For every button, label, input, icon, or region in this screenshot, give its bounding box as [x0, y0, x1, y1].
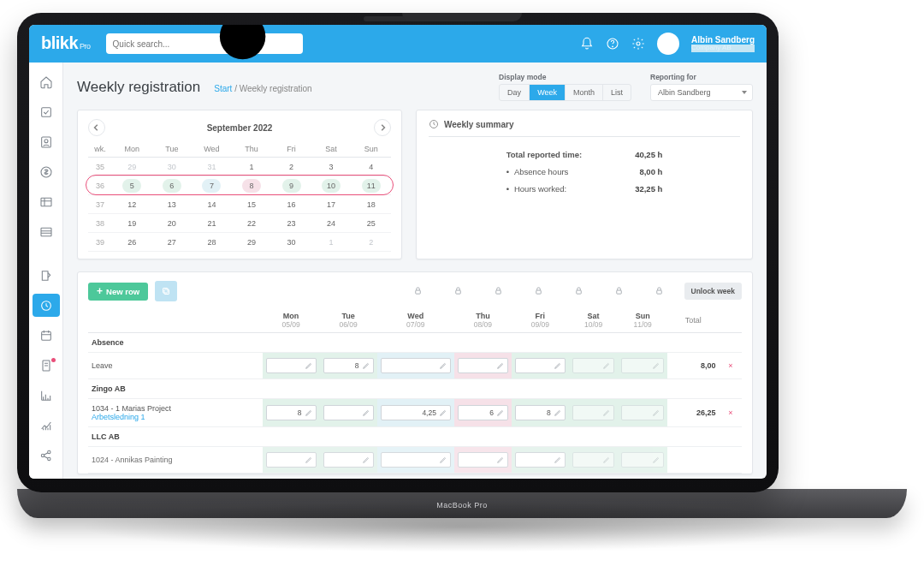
lock-icon [413, 286, 423, 297]
cal-day[interactable]: 2 [271, 158, 311, 176]
time-cell[interactable]: 8 [515, 405, 566, 420]
nav-home[interactable] [33, 71, 60, 94]
page-title: Weekly registration [77, 79, 200, 96]
cal-day[interactable]: 14 [192, 195, 232, 214]
nav-user[interactable] [33, 131, 60, 154]
copy-button[interactable] [155, 281, 177, 301]
cal-day[interactable]: 23 [271, 214, 311, 233]
cal-day[interactable]: 2 [351, 233, 391, 252]
reporting-for-select[interactable]: Albin Sandberg [650, 84, 753, 101]
cal-day[interactable]: 19 [112, 214, 152, 233]
cal-day[interactable]: 13 [152, 195, 192, 214]
cal-day[interactable]: 15 [232, 195, 272, 214]
cal-day[interactable]: 30 [271, 233, 311, 252]
avatar[interactable] [657, 33, 679, 55]
nav-chart[interactable] [33, 384, 60, 407]
delete-row[interactable] [720, 447, 742, 474]
nav-trend[interactable] [33, 414, 60, 437]
day-header: Thu08/09 [454, 308, 512, 333]
svg-point-2 [613, 46, 613, 47]
cal-day[interactable]: 28 [192, 233, 232, 252]
time-cell[interactable] [381, 452, 451, 468]
time-cell[interactable]: 8 [323, 358, 374, 373]
cal-day[interactable]: 31 [192, 158, 232, 176]
cal-day[interactable]: 18 [351, 195, 391, 214]
cal-day[interactable]: 3 [311, 158, 352, 176]
cal-next[interactable] [374, 119, 391, 136]
time-cell[interactable] [572, 452, 615, 468]
bell-icon[interactable] [580, 37, 594, 51]
cal-prev[interactable] [88, 119, 105, 136]
nav-time[interactable] [33, 294, 60, 317]
time-cell[interactable] [323, 405, 374, 420]
mode-month[interactable]: Month [565, 85, 602, 100]
nav-doc[interactable] [33, 354, 60, 377]
cal-day[interactable]: 26 [112, 233, 152, 252]
user-block[interactable]: Albin Sandberg Company AB [691, 35, 755, 52]
cal-day[interactable]: 25 [351, 214, 391, 233]
cal-day[interactable]: 6 [152, 176, 192, 195]
nav-edit[interactable] [33, 264, 60, 287]
display-mode-toggle[interactable]: DayWeekMonthList [499, 84, 631, 101]
cal-day[interactable]: 7 [192, 176, 232, 195]
help-icon[interactable] [606, 37, 619, 51]
new-row-button[interactable]: +New row [88, 283, 148, 301]
time-cell[interactable] [515, 358, 566, 373]
cal-day[interactable]: 16 [271, 195, 311, 214]
nav-table[interactable] [33, 191, 60, 214]
cal-day[interactable]: 21 [192, 214, 232, 233]
cal-day[interactable]: 12 [112, 195, 152, 214]
time-cell[interactable] [572, 358, 615, 373]
time-cell[interactable] [621, 452, 664, 468]
time-cell[interactable] [323, 452, 374, 468]
time-cell[interactable] [458, 358, 508, 373]
time-cell[interactable] [515, 452, 566, 468]
cal-day[interactable]: 29 [232, 233, 272, 252]
time-cell[interactable] [621, 405, 664, 420]
time-cell[interactable] [458, 452, 508, 468]
time-cell[interactable]: 4,25 [381, 405, 451, 420]
cal-day[interactable]: 4 [351, 158, 391, 176]
cal-day[interactable]: 9 [271, 176, 311, 195]
day-header: Sun11/09 [618, 308, 667, 333]
time-cell[interactable] [381, 358, 451, 373]
cal-day[interactable]: 17 [311, 195, 352, 214]
svg-point-6 [44, 140, 48, 143]
time-cell[interactable]: 8 [266, 405, 317, 420]
cal-day[interactable]: 30 [152, 158, 192, 176]
cal-day[interactable]: 1 [311, 233, 352, 252]
delete-row[interactable]: × [720, 399, 742, 427]
nav-billing[interactable] [33, 161, 60, 184]
nav-approve[interactable] [33, 101, 60, 124]
cal-day[interactable]: 5 [112, 176, 152, 195]
cal-day[interactable]: 10 [311, 176, 352, 195]
nav-rail [29, 63, 63, 479]
time-cell[interactable] [572, 405, 615, 420]
cal-day[interactable]: 1 [232, 158, 272, 176]
time-cell[interactable]: 6 [458, 405, 508, 420]
nav-share[interactable] [33, 444, 60, 467]
time-cell[interactable] [621, 358, 664, 373]
mode-list[interactable]: List [602, 85, 631, 100]
unlock-week-button[interactable]: Unlock week [684, 283, 743, 300]
cal-day[interactable]: 22 [232, 214, 272, 233]
time-cell[interactable] [266, 452, 317, 468]
cal-day[interactable]: 20 [152, 214, 192, 233]
cal-day[interactable]: 8 [232, 176, 272, 195]
nav-calendar[interactable] [33, 324, 60, 347]
nav-list[interactable] [33, 221, 60, 244]
cal-day[interactable]: 11 [351, 176, 391, 195]
time-cell[interactable] [266, 358, 317, 373]
search-box[interactable] [106, 33, 303, 54]
mode-week[interactable]: Week [529, 85, 565, 100]
gear-icon[interactable] [631, 37, 645, 51]
cal-day[interactable]: 29 [112, 158, 152, 176]
crumb-start[interactable]: Start [214, 84, 232, 93]
lock-icon [574, 286, 583, 297]
delete-row[interactable]: × [720, 353, 742, 379]
search-input[interactable] [113, 39, 204, 49]
cal-day[interactable]: 27 [152, 233, 192, 252]
mode-day[interactable]: Day [500, 85, 529, 100]
cal-day[interactable]: 24 [311, 214, 352, 233]
svg-rect-20 [455, 290, 460, 294]
